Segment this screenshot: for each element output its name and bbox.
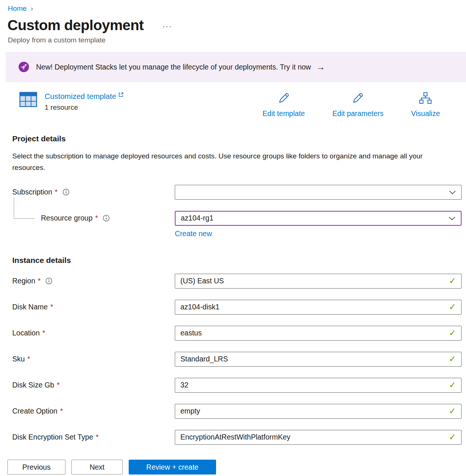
required-marker: * <box>42 329 45 337</box>
disk-encryption-set-type-label: Disk Encryption Set Type <box>12 433 93 441</box>
template-resource-count: 1 resource <box>45 103 124 112</box>
check-icon: ✓ <box>449 276 456 286</box>
breadcrumb-home-link[interactable]: Home <box>8 4 27 13</box>
subscription-label: Subscription <box>12 188 52 196</box>
check-icon: ✓ <box>449 432 456 442</box>
breadcrumb-separator-icon: › <box>31 5 33 13</box>
info-icon[interactable] <box>103 215 110 222</box>
required-marker: * <box>95 214 98 222</box>
review-create-button[interactable]: Review + create <box>129 460 216 475</box>
sku-input[interactable]: Standard_LRS ✓ <box>175 352 462 367</box>
hierarchy-icon <box>419 92 432 106</box>
project-details-description: Select the subscription to manage deploy… <box>12 151 438 174</box>
info-icon[interactable] <box>62 189 70 196</box>
instance-details-heading: Instance details <box>12 256 466 265</box>
sku-value: Standard_LRS <box>180 355 228 363</box>
wizard-footer: Previous Next Review + create <box>0 449 466 476</box>
edit-parameters-button[interactable]: Edit parameters <box>332 92 384 118</box>
page-header: Custom deployment ··· <box>0 17 466 33</box>
chevron-down-icon <box>449 188 456 196</box>
edit-parameters-label: Edit parameters <box>332 109 384 118</box>
disk-size-input[interactable]: 32 ✓ <box>175 378 462 393</box>
required-marker: * <box>28 355 30 363</box>
next-button[interactable]: Next <box>71 460 123 475</box>
deployment-stacks-banner[interactable]: New! Deployment Stacks let you manage th… <box>6 52 466 82</box>
region-input[interactable]: (US) East US ✓ <box>175 274 462 289</box>
disk-name-value: az104-disk1 <box>180 303 219 311</box>
check-icon: ✓ <box>449 406 456 416</box>
external-link-icon <box>118 92 124 99</box>
location-value: eastus <box>180 329 202 337</box>
region-row: Region * (US) East US ✓ <box>0 274 466 289</box>
resource-group-dropdown[interactable]: az104-rg1 <box>175 211 462 226</box>
banner-text: New! Deployment Stacks let you manage th… <box>36 63 311 71</box>
create-option-input[interactable]: empty ✓ <box>175 404 462 419</box>
region-label: Region <box>12 277 35 285</box>
customized-template-link[interactable]: Customized template <box>45 92 116 101</box>
disk-encryption-set-type-input[interactable]: EncryptionAtRestWithPlatformKey ✓ <box>175 430 462 445</box>
sku-row: Sku * Standard_LRS ✓ <box>0 352 466 367</box>
location-input[interactable]: eastus ✓ <box>175 326 462 341</box>
subscription-dropdown[interactable] <box>175 185 462 200</box>
region-value: (US) East US <box>180 277 224 285</box>
chevron-down-icon <box>449 214 456 222</box>
more-options-button[interactable]: ··· <box>162 22 172 30</box>
page-subtitle: Deploy from a custom template <box>0 36 466 44</box>
pencil-icon <box>277 92 290 106</box>
previous-button[interactable]: Previous <box>7 460 65 475</box>
check-icon: ✓ <box>449 328 456 338</box>
pencil-icon <box>351 92 364 106</box>
visualize-button[interactable]: Visualize <box>411 92 440 118</box>
create-new-link[interactable]: Create new <box>175 229 212 238</box>
disk-name-input[interactable]: az104-disk1 ✓ <box>175 300 462 315</box>
resource-group-row: Resource group * az104-rg1 <box>0 211 466 226</box>
breadcrumb: Home › <box>0 0 466 13</box>
disk-size-value: 32 <box>180 381 189 389</box>
create-option-label: Create Option <box>12 407 57 415</box>
edit-template-label: Edit template <box>263 109 305 118</box>
resource-group-value: az104-rg1 <box>181 214 213 222</box>
check-icon: ✓ <box>449 302 456 312</box>
required-marker: * <box>57 381 60 389</box>
page-title: Custom deployment <box>7 17 144 33</box>
location-label: Location <box>12 329 40 337</box>
subscription-row: Subscription * <box>0 185 466 200</box>
disk-size-row: Disk Size Gb * 32 ✓ <box>0 378 466 393</box>
sku-label: Sku <box>12 355 25 363</box>
info-icon[interactable] <box>45 277 52 284</box>
required-marker: * <box>96 433 99 441</box>
check-icon: ✓ <box>449 380 456 390</box>
check-icon: ✓ <box>449 354 456 364</box>
required-marker: * <box>55 188 58 196</box>
create-new-row: Create new <box>0 229 466 238</box>
template-grid-icon <box>19 92 37 112</box>
disk-name-label: Disk Name <box>12 303 48 311</box>
field-connector-line <box>14 197 35 219</box>
rocket-icon <box>18 61 29 73</box>
project-details-heading: Project details <box>12 134 466 143</box>
disk-name-row: Disk Name * az104-disk1 ✓ <box>0 300 466 315</box>
disk-size-label: Disk Size Gb <box>12 381 54 389</box>
disk-encryption-set-type-value: EncryptionAtRestWithPlatformKey <box>180 433 290 441</box>
resource-group-label: Resource group <box>41 214 93 222</box>
create-option-value: empty <box>180 407 200 415</box>
required-marker: * <box>38 277 41 285</box>
required-marker: * <box>60 407 63 415</box>
visualize-label: Visualize <box>411 109 440 118</box>
location-row: Location * eastus ✓ <box>0 326 466 341</box>
arrow-right-icon: → <box>316 62 325 72</box>
edit-template-button[interactable]: Edit template <box>263 92 305 118</box>
create-option-row: Create Option * empty ✓ <box>0 404 466 419</box>
template-summary: Customized template 1 resource Edit temp… <box>19 92 466 118</box>
disk-encryption-set-type-row: Disk Encryption Set Type * EncryptionAtR… <box>0 430 466 445</box>
required-marker: * <box>50 303 53 311</box>
